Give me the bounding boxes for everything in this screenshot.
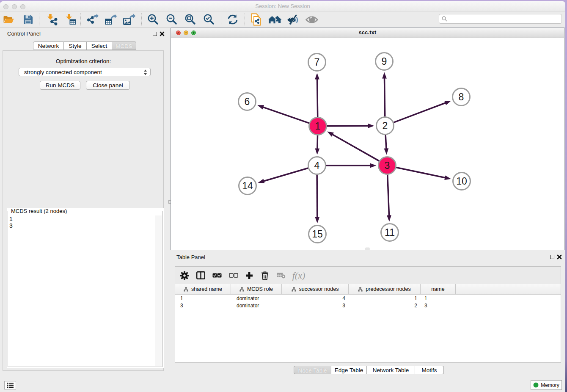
tab-mcds[interactable]: MCDS (112, 41, 136, 50)
edge-3-10[interactable] (396, 167, 446, 178)
refresh-icon (227, 14, 238, 25)
column-header-label: MCDS role (247, 286, 273, 292)
export-image-button[interactable] (122, 12, 136, 27)
edge-3-1[interactable] (332, 134, 380, 161)
save-session-button[interactable] (21, 12, 35, 27)
cell-mcds_role[interactable]: dominator (231, 303, 282, 309)
tab-style[interactable]: Style (64, 41, 87, 50)
export-table-button[interactable] (103, 12, 118, 27)
tab-network[interactable]: Network (33, 41, 64, 50)
app-minimize-button[interactable] (12, 4, 17, 9)
column-header-filler (456, 284, 561, 294)
delete-column-button[interactable] (258, 267, 272, 284)
close-panel-icon[interactable] (160, 31, 165, 36)
edge-arrow-1-6 (257, 105, 264, 109)
show-selected-button[interactable] (305, 12, 319, 27)
mcds-result-scrollbar[interactable] (155, 215, 162, 366)
delete-table-button[interactable] (274, 267, 288, 284)
table-row[interactable]: 1dominator411 (175, 295, 561, 302)
edge-arrow-2-9 (382, 72, 387, 78)
tab-select[interactable]: Select (87, 41, 112, 50)
search-input[interactable] (449, 16, 561, 22)
close-panel-button[interactable]: Close panel (86, 81, 130, 90)
toolbar-separator (39, 13, 39, 25)
hide-selected-button[interactable] (286, 12, 300, 27)
cell-successor_nodes[interactable]: 3 (282, 303, 349, 309)
search-field[interactable] (439, 14, 562, 24)
memory-button[interactable]: Memory (531, 380, 562, 390)
zoom-selected-icon (203, 14, 215, 25)
edge-1-2[interactable] (327, 126, 369, 126)
network-view-titlebar[interactable]: scc.txt (171, 28, 564, 38)
zoom-selected-button[interactable] (202, 12, 216, 27)
column-header-MCDS-role[interactable]: MCDS role (231, 284, 282, 294)
import-network-icon (47, 14, 58, 25)
export-network-button[interactable] (85, 12, 100, 27)
criterion-select[interactable]: strongly connected component (19, 68, 151, 76)
deselect-all-button[interactable] (226, 267, 241, 284)
task-history-button[interactable] (4, 381, 16, 389)
app-close-button[interactable] (3, 4, 8, 9)
cell-predecessor_nodes[interactable]: 1 (349, 295, 421, 301)
node-label-9: 9 (382, 56, 387, 67)
status-bar: Memory (0, 377, 565, 392)
cell-shared_name[interactable]: 1 (175, 295, 231, 301)
column-header-name[interactable]: name (421, 284, 456, 294)
table-tabs: Node Table Edge Table Network Table Moti… (294, 366, 444, 374)
edge-2-3[interactable] (385, 135, 386, 149)
network-close-button[interactable] (176, 30, 181, 35)
table-float-icon[interactable] (550, 255, 554, 259)
edge-2-8[interactable] (394, 102, 446, 122)
function-builder-button[interactable]: f(x) (290, 267, 307, 284)
tab-node-table[interactable]: Node Table (294, 366, 331, 374)
run-mcds-button[interactable]: Run MCDS (40, 81, 80, 90)
table-row[interactable]: 3dominator323 (175, 302, 561, 309)
node-label-3: 3 (385, 160, 390, 171)
cell-successor_nodes[interactable]: 4 (282, 295, 349, 301)
edge-1-7[interactable] (317, 78, 317, 117)
edge-2-9[interactable] (384, 77, 385, 116)
cell-predecessor_nodes[interactable]: 2 (349, 303, 421, 309)
export-table-icon (105, 14, 117, 25)
edge-1-6[interactable] (262, 107, 309, 123)
network-zoom-button[interactable] (191, 30, 196, 35)
table-settings-button[interactable] (177, 267, 192, 284)
zoom-out-button[interactable] (165, 12, 179, 27)
toolbar-separator (80, 13, 81, 25)
table-close-icon[interactable] (557, 254, 562, 259)
select-all-button[interactable] (210, 267, 224, 284)
edge-arrow-4-14 (258, 179, 264, 183)
edge-4-15[interactable] (317, 174, 317, 218)
network-canvas[interactable]: 1234678910111415 (171, 38, 564, 250)
open-session-button[interactable] (1, 12, 16, 27)
cell-name[interactable]: 3 (421, 303, 456, 309)
float-panel-icon[interactable] (153, 32, 157, 36)
split-view-button[interactable] (193, 267, 208, 284)
node-label-7: 7 (314, 57, 320, 68)
cell-shared_name[interactable]: 3 (175, 303, 231, 309)
copy-network-button[interactable] (249, 12, 263, 27)
zoom-in-button[interactable] (146, 12, 160, 27)
eye-icon (306, 15, 318, 25)
tab-network-table[interactable]: Network Table (367, 366, 415, 374)
mcds-result-text[interactable]: 1 3 (9, 215, 13, 229)
import-network-button[interactable] (45, 12, 60, 27)
zoom-fit-icon (184, 14, 196, 25)
cell-mcds_role[interactable]: dominator (231, 295, 282, 301)
tab-motifs[interactable]: Motifs (415, 366, 444, 374)
add-column-button[interactable] (242, 267, 256, 284)
app-zoom-button[interactable] (20, 4, 25, 9)
column-header-successor-nodes[interactable]: successor nodes (282, 284, 349, 294)
edge-3-11[interactable] (388, 174, 389, 216)
zoom-fit-button[interactable] (183, 12, 198, 27)
show-all-networks-button[interactable] (267, 12, 282, 27)
edge-1-4[interactable] (317, 135, 318, 149)
tab-edge-table[interactable]: Edge Table (331, 366, 367, 374)
edge-4-14[interactable] (263, 168, 308, 181)
refresh-layout-button[interactable] (226, 12, 240, 27)
import-table-button[interactable] (64, 12, 78, 27)
column-header-predecessor-nodes[interactable]: predecessor nodes (349, 284, 421, 294)
cell-name[interactable]: 1 (421, 295, 456, 301)
network-minimize-button[interactable] (184, 30, 188, 35)
column-header-shared-name[interactable]: shared name (175, 284, 231, 294)
